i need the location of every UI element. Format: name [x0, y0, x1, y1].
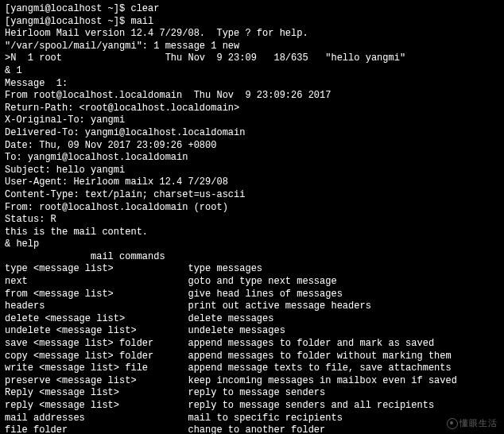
help-row: preserve <message list> keep incoming me… [5, 375, 499, 388]
header-return-path: Return-Path: <root@localhost.localdomain… [5, 103, 499, 115]
message-body: this is the mail content. [5, 227, 499, 239]
shell-prompt-line[interactable]: [yangmi@localhost ~]$ mail [5, 16, 499, 29]
header-from: From root@localhost.localdomain Thu Nov … [5, 90, 499, 103]
shell-prompt: [yangmi@localhost ~]$ [5, 16, 130, 27]
help-title: mail commands [5, 251, 499, 264]
help-row: save <message list> folder append messag… [5, 338, 499, 351]
mail-spool-status: "/var/spool/mail/yangmi": 1 message 1 ne… [5, 41, 499, 53]
watermark-icon [447, 418, 458, 429]
header-x-original-to: X-Original-To: yangmi [5, 114, 499, 127]
help-row: headers print out active message headers [5, 300, 499, 313]
help-row: write <message list> file append message… [5, 362, 499, 375]
help-row: mail addresses mail to specific recipien… [5, 413, 499, 425]
shell-prompt: [yangmi@localhost ~]$ [5, 3, 130, 14]
header-date: Date: Thu, 09 Nov 2017 23:09:26 +0800 [5, 140, 499, 153]
help-row: file folder change to another folder [5, 424, 499, 434]
header-to: To: yangmi@localhost.localdomain [5, 152, 499, 165]
header-from-2: From: root@localhost.localdomain (root) [5, 202, 499, 215]
help-row: undelete <message list> undelete message… [5, 325, 499, 338]
help-row: from <message list> give head lines of m… [5, 289, 499, 301]
help-row: reply <message list> reply to message se… [5, 400, 499, 413]
watermark-text: 懂眼生活 [459, 419, 498, 428]
header-subject: Subject: hello yangmi [5, 165, 499, 177]
shell-command: mail [130, 16, 153, 27]
header-status: Status: R [5, 214, 499, 227]
message-header-label: Message 1: [5, 78, 499, 91]
mail-banner: Heirloom Mail version 12.4 7/29/08. Type… [5, 28, 499, 41]
help-row: Reply <message list> reply to message se… [5, 387, 499, 400]
mail-prompt[interactable]: & 1 [5, 65, 499, 78]
shell-prompt-line[interactable]: [yangmi@localhost ~]$ clear [5, 3, 499, 16]
mail-prompt-help[interactable]: & help [5, 238, 499, 251]
shell-command: clear [130, 3, 159, 14]
message-list-row: >N 1 root Thu Nov 9 23:09 18/635 "hello … [5, 52, 499, 65]
help-row: type <message list> type messages [5, 263, 499, 276]
header-delivered-to: Delivered-To: yangmi@localhost.localdoma… [5, 127, 499, 140]
watermark: 懂眼生活 [447, 418, 498, 429]
header-content-type: Content-Type: text/plain; charset=us-asc… [5, 189, 499, 202]
help-row: copy <message list> folder append messag… [5, 351, 499, 363]
header-user-agent: User-Agent: Heirloom mailx 12.4 7/29/08 [5, 176, 499, 189]
help-row: next goto and type next message [5, 276, 499, 289]
help-row: delete <message list> delete messages [5, 313, 499, 326]
